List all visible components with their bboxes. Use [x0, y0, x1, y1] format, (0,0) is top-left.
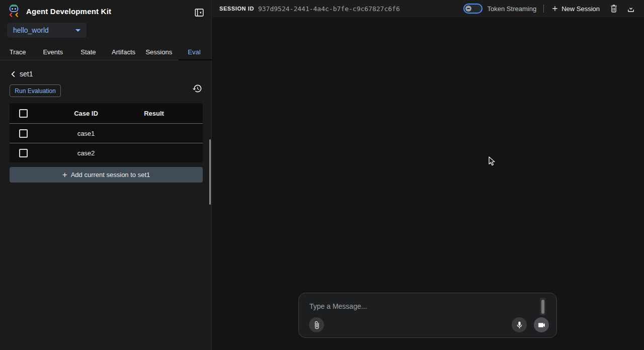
session-id-label: SESSION ID [219, 6, 254, 12]
token-streaming-label: Token Streaming [488, 5, 537, 13]
eval-history-icon[interactable] [192, 83, 203, 94]
chevron-down-icon [75, 29, 80, 32]
case-id-cell[interactable]: case1 [46, 130, 126, 137]
select-all-checkbox[interactable] [19, 109, 28, 118]
token-streaming-toggle[interactable] [463, 4, 482, 14]
app-title: Agent Development Kit [26, 7, 111, 16]
tab-events[interactable]: Events [35, 44, 70, 60]
attach-file-button[interactable] [309, 317, 324, 332]
microphone-icon [515, 321, 524, 329]
case-id-cell[interactable]: case2 [46, 149, 126, 157]
plus-icon: + [62, 170, 67, 179]
collapse-panel-icon[interactable] [193, 7, 205, 19]
add-current-session-button[interactable]: + Add current session to set1 [10, 167, 203, 183]
session-bar-actions: Token Streaming New Session [463, 3, 637, 15]
plus-icon [551, 5, 559, 13]
video-button[interactable] [534, 317, 549, 332]
column-header-case-id: Case ID [46, 110, 126, 117]
table-row[interactable]: case2 [10, 143, 203, 162]
column-header-result: Result [126, 110, 182, 117]
case1-checkbox[interactable] [19, 129, 28, 138]
eval-cases-table: Case ID Result case1 case2 [10, 103, 203, 162]
agent-select-dropdown[interactable]: hello_world [7, 23, 87, 38]
session-id-value: 937d9524-2441-4a4c-b7fe-c9c67827c6f6 [258, 5, 400, 13]
tab-eval[interactable]: Eval [177, 44, 212, 60]
tab-state[interactable]: State [70, 44, 106, 60]
table-header-row: Case ID Result [10, 103, 203, 123]
panel-header: Agent Development Kit [0, 0, 211, 22]
composer-scrollbar[interactable] [540, 298, 545, 315]
mouse-cursor [489, 156, 496, 166]
session-top-bar: SESSION ID 937d9524-2441-4a4c-b7fe-c9c67… [212, 0, 644, 17]
toggle-thumb [465, 6, 471, 12]
divider [543, 5, 544, 13]
videocam-icon [537, 321, 546, 329]
active-tab-indicator [179, 59, 212, 60]
eval-set-name: set1 [20, 70, 33, 78]
microphone-button[interactable] [512, 317, 527, 332]
adk-logo-icon [7, 5, 21, 18]
tab-sessions[interactable]: Sessions [141, 44, 177, 60]
delete-session-icon[interactable] [608, 3, 620, 15]
paperclip-icon [312, 321, 321, 329]
export-session-icon[interactable] [625, 3, 637, 15]
chat-main-area: SESSION ID 937d9524-2441-4a4c-b7fe-c9c67… [212, 0, 644, 350]
new-session-button[interactable]: New Session [551, 5, 600, 13]
eval-set-back-row[interactable]: set1 [10, 69, 33, 78]
case2-checkbox[interactable] [19, 149, 28, 157]
tab-artifacts[interactable]: Artifacts [106, 44, 141, 60]
panel-scrollbar[interactable] [209, 139, 211, 205]
run-evaluation-button[interactable]: Run Evaluation [10, 84, 61, 97]
chevron-left-icon [10, 71, 17, 77]
add-session-label: Add current session to set1 [71, 171, 150, 179]
tab-bar: Trace Events State Artifacts Sessions Ev… [0, 44, 212, 60]
agent-select-value: hello_world [13, 26, 75, 34]
message-input[interactable] [309, 301, 521, 312]
table-row[interactable]: case1 [10, 123, 203, 143]
message-composer [298, 293, 557, 338]
tab-trace[interactable]: Trace [0, 44, 35, 60]
new-session-label: New Session [561, 5, 600, 13]
eval-side-panel: Agent Development Kit hello_world Trace … [0, 0, 212, 350]
